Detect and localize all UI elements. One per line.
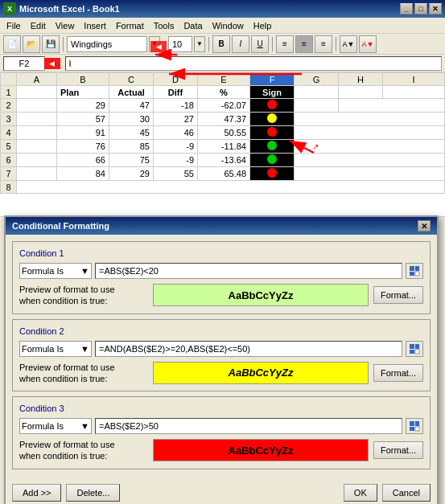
- font-size-arrow[interactable]: ▼: [194, 36, 205, 52]
- cell-b6[interactable]: 66: [57, 154, 109, 167]
- cell-e5[interactable]: -11.84: [198, 140, 250, 154]
- cell-a2[interactable]: [17, 99, 57, 113]
- cell-b2[interactable]: 29: [57, 99, 109, 113]
- cell-d6[interactable]: -9: [154, 154, 198, 167]
- delete-button[interactable]: Delete...: [66, 484, 120, 502]
- col-header-a[interactable]: A: [17, 73, 57, 86]
- cancel-button[interactable]: Cancel: [382, 484, 431, 502]
- cell-b1[interactable]: Plan: [57, 86, 109, 99]
- cell-f5[interactable]: [250, 140, 295, 154]
- condition-2-edit-button[interactable]: [406, 341, 423, 357]
- cell-b5[interactable]: 76: [57, 140, 109, 154]
- condition-1-format-button[interactable]: Format...: [373, 286, 423, 304]
- cell-d7[interactable]: 55: [154, 167, 198, 181]
- cell-c7[interactable]: 29: [109, 167, 154, 181]
- cell-reference-box[interactable]: F2: [3, 56, 45, 71]
- cell-a1[interactable]: [17, 86, 57, 99]
- col-header-i[interactable]: I: [383, 73, 445, 86]
- menu-tools[interactable]: Tools: [149, 19, 179, 32]
- cell-c1[interactable]: Actual: [109, 86, 154, 99]
- cell-f3[interactable]: [250, 113, 295, 126]
- col-header-e[interactable]: E: [198, 73, 250, 86]
- condition-1-edit-button[interactable]: [406, 263, 423, 279]
- cell-i1[interactable]: [383, 86, 445, 99]
- formula-input[interactable]: I: [65, 56, 442, 71]
- cell-b3[interactable]: 57: [57, 113, 109, 126]
- add-button[interactable]: Add >>: [12, 484, 61, 502]
- cell-e3[interactable]: 47.37: [198, 113, 250, 126]
- condition-3-dropdown[interactable]: Formula Is ▼: [19, 418, 92, 434]
- condition-2-formula[interactable]: =AND(ABS($E2)>=20,ABS($E2)<=50): [95, 341, 402, 357]
- save-button[interactable]: 💾: [42, 35, 60, 53]
- condition-3-formula[interactable]: =ABS($E2)>50: [95, 418, 402, 434]
- cell-d4[interactable]: 46: [154, 126, 198, 140]
- dialog-close-button[interactable]: ✕: [418, 220, 431, 232]
- menu-help[interactable]: Help: [249, 19, 277, 32]
- minimize-button[interactable]: _: [400, 3, 413, 14]
- menu-insert[interactable]: Insert: [79, 19, 111, 32]
- menu-data[interactable]: Data: [179, 19, 207, 32]
- font-color-button[interactable]: A▼: [359, 35, 377, 53]
- cell-c4[interactable]: 45: [109, 126, 154, 140]
- cell-b4[interactable]: 91: [57, 126, 109, 140]
- underline-button[interactable]: U: [251, 35, 269, 53]
- col-header-c[interactable]: C: [109, 73, 154, 86]
- condition-1-formula[interactable]: =ABS($E2)<20: [95, 263, 402, 279]
- col-header-b[interactable]: B: [57, 73, 109, 86]
- menu-view[interactable]: View: [51, 19, 80, 32]
- cell-g2[interactable]: [295, 99, 339, 113]
- cell-a6[interactable]: [17, 154, 57, 167]
- cell-f7[interactable]: [250, 167, 295, 181]
- condition-2-format-button[interactable]: Format...: [373, 364, 423, 382]
- cell-d3[interactable]: 27: [154, 113, 198, 126]
- cell-a7[interactable]: [17, 167, 57, 181]
- cell-e2[interactable]: -62.07: [198, 99, 250, 113]
- col-header-g[interactable]: G: [295, 73, 339, 86]
- cell-a5[interactable]: [17, 140, 57, 154]
- font-size-box[interactable]: 10: [168, 36, 192, 52]
- menu-format[interactable]: Format: [111, 19, 149, 32]
- fill-color-button[interactable]: A▼: [340, 35, 357, 53]
- close-button[interactable]: ✕: [429, 3, 442, 14]
- col-header-f[interactable]: F: [250, 73, 295, 86]
- col-header-h[interactable]: H: [339, 73, 383, 86]
- cell-a4[interactable]: [17, 126, 57, 140]
- cell-e4[interactable]: 50.55: [198, 126, 250, 140]
- font-name-box[interactable]: Wingdings: [67, 36, 147, 52]
- condition-1-dropdown[interactable]: Formula Is ▼: [19, 263, 92, 279]
- ok-button[interactable]: OK: [344, 484, 377, 502]
- open-button[interactable]: 📂: [23, 35, 40, 53]
- cell-d2[interactable]: -18: [154, 99, 198, 113]
- cell-f2[interactable]: [250, 99, 295, 113]
- cell-b7[interactable]: 84: [57, 167, 109, 181]
- cell-f1[interactable]: Sign: [250, 86, 295, 99]
- cell-d1[interactable]: Diff: [154, 86, 198, 99]
- align-left-button[interactable]: ≡: [276, 35, 294, 53]
- maximize-button[interactable]: □: [414, 3, 427, 14]
- cell-f4[interactable]: [250, 126, 295, 140]
- cell-c5[interactable]: 85: [109, 140, 154, 154]
- condition-2-dropdown[interactable]: Formula Is ▼: [19, 341, 92, 357]
- align-right-button[interactable]: ≡: [315, 35, 332, 53]
- cell-e7[interactable]: 65.48: [198, 167, 250, 181]
- bold-button[interactable]: B: [212, 35, 230, 53]
- cell-h1[interactable]: [339, 86, 383, 99]
- condition-3-format-button[interactable]: Format...: [373, 441, 423, 459]
- align-center-button[interactable]: ≡: [295, 35, 313, 53]
- col-header-d[interactable]: D: [154, 73, 198, 86]
- cell-c6[interactable]: 75: [109, 154, 154, 167]
- cell-e1[interactable]: %: [198, 86, 250, 99]
- new-button[interactable]: 📄: [3, 35, 21, 53]
- cell-a3[interactable]: [17, 113, 57, 126]
- cell-g1[interactable]: [295, 86, 339, 99]
- menu-file[interactable]: File: [2, 19, 26, 32]
- cell-e6[interactable]: -13.64: [198, 154, 250, 167]
- cell-d5[interactable]: -9: [154, 140, 198, 154]
- menu-edit[interactable]: Edit: [26, 19, 51, 32]
- menu-window[interactable]: Window: [208, 19, 249, 32]
- cell-c3[interactable]: 30: [109, 113, 154, 126]
- italic-button[interactable]: I: [232, 35, 249, 53]
- cell-c2[interactable]: 47: [109, 99, 154, 113]
- condition-3-edit-button[interactable]: [406, 418, 423, 434]
- cell-f6[interactable]: [250, 154, 295, 167]
